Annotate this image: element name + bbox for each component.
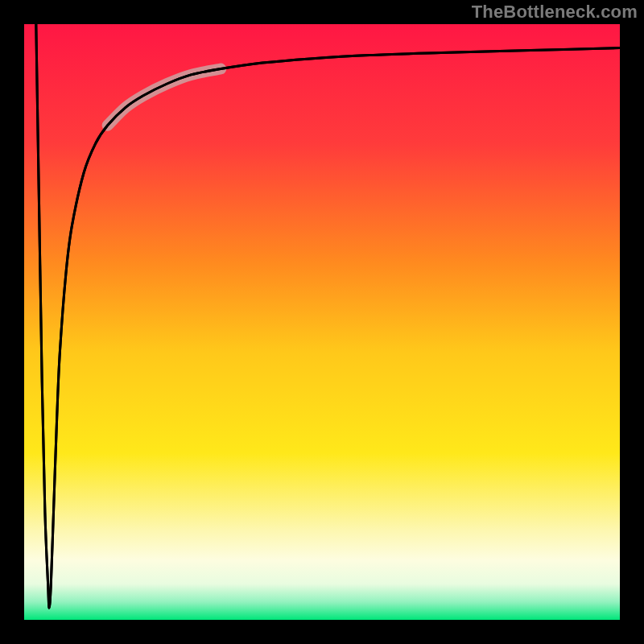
chart-stage: TheBottleneck.com <box>0 0 644 644</box>
watermark-text: TheBottleneck.com <box>472 2 638 23</box>
plot-area <box>24 24 620 620</box>
curve-layer <box>24 24 620 620</box>
highlight-segment <box>108 69 221 126</box>
